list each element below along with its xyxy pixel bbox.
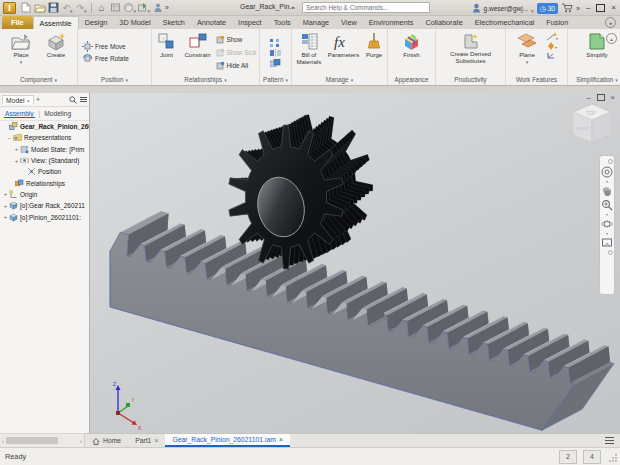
scroll-left-icon[interactable]: ‹ bbox=[2, 438, 4, 444]
browser-tab-close-icon[interactable] bbox=[27, 97, 31, 104]
joint-button[interactable]: Joint bbox=[154, 31, 180, 59]
purge-button[interactable]: Purge bbox=[362, 31, 386, 59]
tree-node-model-state[interactable]: + Model State: [Prim bbox=[0, 144, 89, 155]
doc-restore-button[interactable] bbox=[597, 94, 605, 101]
user-dropdown-caret[interactable] bbox=[531, 0, 534, 17]
gear-rack-model[interactable] bbox=[110, 211, 614, 430]
create-derived-substitutes-button[interactable]: Create Derived Substitutes bbox=[439, 31, 503, 64]
model-canvas[interactable]: Z X Y TOP FRONT bbox=[90, 93, 620, 433]
navigation-wheel-icon[interactable] bbox=[601, 166, 613, 178]
finish-button[interactable]: Finish bbox=[392, 31, 432, 59]
doc-close-button[interactable]: × bbox=[611, 94, 615, 102]
mirror-icon[interactable] bbox=[270, 49, 281, 57]
group-label-simplification[interactable]: Simplification bbox=[568, 74, 620, 85]
tab-annotate[interactable]: Annotate bbox=[191, 16, 232, 29]
view-cube[interactable]: TOP FRONT bbox=[573, 104, 611, 143]
scroll-right-icon[interactable]: › bbox=[80, 438, 82, 444]
tree-node-representations[interactable]: − Representations bbox=[0, 132, 89, 143]
signed-in-user[interactable]: g.weser@gwj... bbox=[484, 5, 529, 12]
minimize-button[interactable]: – bbox=[586, 4, 590, 12]
hide-all-button[interactable]: Hide All bbox=[216, 59, 258, 71]
browser-menu-icon[interactable] bbox=[80, 96, 87, 103]
tab-inspect[interactable]: Inspect bbox=[232, 16, 268, 29]
title-expand-icon[interactable]: ▸ bbox=[292, 4, 295, 10]
tree-node-origin[interactable]: + Origin bbox=[0, 189, 89, 200]
group-label-pattern[interactable]: Pattern bbox=[260, 74, 291, 85]
group-label-component[interactable]: Component bbox=[0, 74, 77, 85]
undo-icon[interactable]: ↶ bbox=[61, 2, 74, 14]
create-button[interactable]: Create bbox=[39, 31, 73, 59]
browser-tab-model[interactable]: Model bbox=[2, 95, 34, 104]
resize-grip[interactable] bbox=[608, 453, 618, 463]
tab-list-menu-icon[interactable] bbox=[605, 435, 614, 446]
tab-file[interactable]: File bbox=[2, 16, 33, 29]
tab-part1[interactable]: Part1 bbox=[128, 434, 165, 447]
tab-home[interactable]: Home bbox=[85, 434, 128, 447]
appearance-icon[interactable] bbox=[123, 2, 136, 14]
redo-icon[interactable]: ↷ bbox=[75, 2, 88, 14]
bill-of-materials-button[interactable]: Bill of Materials bbox=[293, 31, 325, 65]
titlebar-overflow-chevrons[interactable]: » bbox=[576, 5, 579, 12]
group-label-position[interactable]: Position bbox=[78, 74, 151, 85]
pan-icon[interactable] bbox=[601, 185, 613, 197]
ucs-icon[interactable] bbox=[546, 51, 558, 59]
zoom-icon[interactable] bbox=[601, 199, 613, 211]
tree-node-view-rep[interactable]: + View: (Standard) bbox=[0, 155, 89, 166]
tree-node-relationships[interactable]: Relationships bbox=[0, 177, 89, 188]
search-input[interactable] bbox=[302, 2, 430, 13]
show-button[interactable]: Show bbox=[216, 33, 258, 45]
ribbon-display-options-icon[interactable]: ● bbox=[605, 17, 616, 28]
tree-node-assembly-root[interactable]: Gear_Rack_Pinion_260 bbox=[0, 121, 89, 132]
group-label-relationships[interactable]: Relationships bbox=[152, 74, 259, 85]
place-button[interactable]: Place bbox=[4, 31, 38, 65]
new-file-icon[interactable] bbox=[19, 2, 32, 14]
group-label-appearance[interactable]: Appearance bbox=[388, 74, 435, 85]
tab-assembly-document[interactable]: Gear_Rack_Pinion_26021101.iam bbox=[165, 434, 290, 447]
constrain-button[interactable]: Constrain bbox=[181, 31, 215, 59]
browser-horizontal-scrollbar[interactable]: ‹ › bbox=[0, 433, 85, 447]
viewport-3d[interactable]: Z X Y TOP FRONT ‒ × ▾ ▾ ▾ bbox=[90, 93, 620, 433]
tree-node-pinion[interactable]: + [o]:Pinion_26021101: bbox=[0, 211, 89, 222]
pattern-icon[interactable] bbox=[270, 39, 281, 47]
free-rotate-button[interactable]: Free Rotate bbox=[82, 53, 129, 65]
close-tab-icon[interactable] bbox=[154, 437, 158, 444]
tab-design[interactable]: Design bbox=[79, 16, 114, 29]
tab-3d-model[interactable]: 3D Model bbox=[113, 16, 156, 29]
axis-icon[interactable]: ▾ bbox=[546, 33, 558, 41]
cart-icon[interactable] bbox=[561, 3, 573, 13]
tab-fusion[interactable]: Fusion bbox=[540, 16, 574, 29]
group-label-productivity[interactable]: Productivity bbox=[436, 74, 505, 85]
ribbon-collapse-button[interactable]: ▴ bbox=[606, 33, 617, 44]
tab-collaborate[interactable]: Collaborate bbox=[419, 16, 468, 29]
update-icon[interactable] bbox=[137, 2, 150, 14]
group-label-work-features[interactable]: Work Features bbox=[506, 74, 567, 85]
tab-environments[interactable]: Environments bbox=[363, 16, 420, 29]
search-icon[interactable] bbox=[69, 96, 77, 104]
scrollbar-thumb[interactable] bbox=[6, 437, 58, 444]
tree-node-gear-rack[interactable]: + [o]:Gear Rack_260211 bbox=[0, 200, 89, 211]
tab-view[interactable]: View bbox=[335, 16, 363, 29]
show-sick-button[interactable]: Show Sick bbox=[216, 46, 258, 58]
maximize-button[interactable] bbox=[596, 4, 605, 12]
navbar-options-dot[interactable] bbox=[608, 250, 613, 255]
close-tab-icon[interactable] bbox=[279, 436, 283, 443]
navbar-caret[interactable]: ▾ bbox=[606, 180, 608, 183]
tab-electromechanical[interactable]: Electromechanical bbox=[469, 16, 541, 29]
tree-node-position[interactable]: Position bbox=[0, 166, 89, 177]
point-icon[interactable]: ▾ bbox=[546, 42, 558, 50]
look-at-icon[interactable] bbox=[601, 237, 613, 248]
free-move-button[interactable]: Free Move bbox=[82, 41, 126, 53]
group-label-manage[interactable]: Manage bbox=[292, 74, 387, 85]
material-icon[interactable] bbox=[109, 2, 122, 14]
select-icon[interactable] bbox=[151, 2, 164, 14]
navbar-caret[interactable]: ▾ bbox=[606, 213, 608, 216]
tab-tools[interactable]: Tools bbox=[268, 16, 297, 29]
browser-mode-assembly[interactable]: Assembly bbox=[4, 109, 35, 118]
pinion-model[interactable] bbox=[229, 115, 373, 269]
copy-icon[interactable] bbox=[270, 59, 281, 67]
tab-assemble[interactable]: Assemble bbox=[33, 16, 79, 29]
navbar-caret[interactable]: ▾ bbox=[606, 232, 608, 235]
home-icon[interactable]: ⌂ bbox=[95, 2, 108, 14]
save-icon[interactable] bbox=[47, 2, 60, 14]
orbit-icon[interactable] bbox=[601, 218, 613, 230]
